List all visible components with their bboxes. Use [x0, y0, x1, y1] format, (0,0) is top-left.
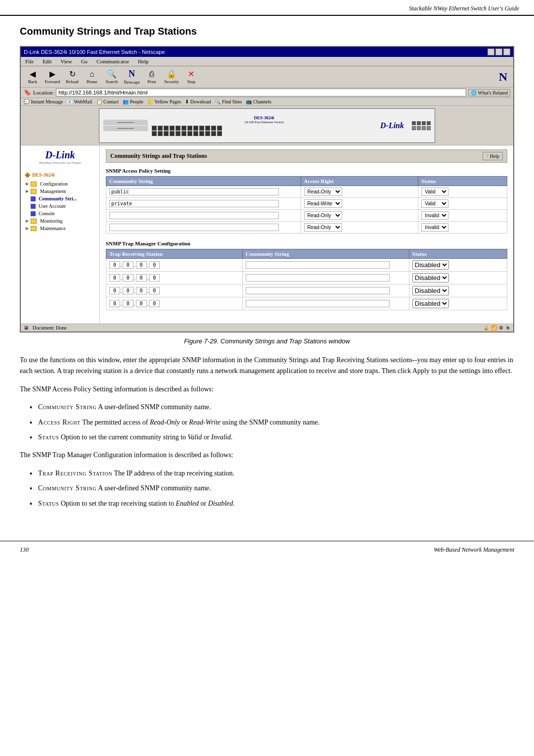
trap-status-select[interactable]: Disabled Enabled [412, 260, 449, 270]
community-input[interactable] [109, 212, 279, 219]
trap-header-station: Trap Receiving Station [106, 249, 243, 259]
maximize-button[interactable]: □ [495, 48, 502, 55]
back-button[interactable]: ◀ Back [24, 68, 42, 85]
trap-header-community: Community String [242, 249, 409, 259]
ip-octet-3[interactable] [136, 300, 147, 307]
community-input[interactable] [109, 224, 279, 231]
trap-status-select[interactable]: Disabled Enabled [412, 286, 449, 295]
help-button[interactable]: ? Help [483, 152, 503, 160]
sidebar-item-user-account[interactable]: User Account [23, 202, 97, 210]
status-select[interactable]: Valid Invalid [421, 188, 448, 196]
instant-message-link[interactable]: 💬 Instant Message [24, 99, 63, 104]
ip-dot: . [134, 288, 135, 294]
ip-dot: . [134, 301, 135, 307]
security-button[interactable]: 🔒 Security [163, 68, 180, 85]
trap-status-select[interactable]: Disabled Enabled [412, 273, 449, 283]
netscape-button[interactable]: N Netscape [123, 68, 141, 86]
trap-community-input[interactable] [246, 274, 390, 282]
ip-octet-2[interactable] [123, 300, 134, 307]
right-port-row-2 [412, 126, 431, 130]
find-sites-link[interactable]: 🔍 Find Sites [215, 99, 242, 104]
footer-section: Web-Based Network Management [434, 546, 514, 554]
snmp-header-access: Access Right [301, 177, 418, 186]
sidebar-section-monitoring[interactable]: ▶ Monitoring [23, 217, 97, 225]
ip-octet-2[interactable] [123, 274, 134, 282]
trap-manager-table: Trap Receiving Station Community String … [106, 249, 507, 310]
port [217, 131, 222, 136]
device-icon: ◈ [25, 171, 30, 179]
trap-community-input[interactable] [246, 287, 390, 294]
sidebar-section-configuration[interactable]: ▶ Configuration [23, 180, 97, 188]
sidebar-item-community-strings[interactable]: Community Stri... [23, 195, 97, 202]
ip-octet-1[interactable] [109, 300, 120, 307]
status-select[interactable]: Valid Invalid [421, 199, 448, 208]
ip-field: . . . [109, 300, 239, 307]
folder-icon [31, 189, 37, 194]
menu-file[interactable]: File [24, 58, 35, 65]
ip-octet-1[interactable] [109, 287, 120, 294]
body-paragraph-1: To use the functions on this window, ent… [20, 355, 514, 377]
location-input[interactable] [56, 89, 466, 96]
home-button[interactable]: ⌂ Home [83, 69, 101, 85]
stop-button[interactable]: ✕ Stop [182, 68, 200, 85]
location-label: Location: [33, 90, 54, 95]
ip-octet-4[interactable] [149, 274, 160, 282]
status-select[interactable]: Invalid Valid [421, 223, 448, 232]
menu-view[interactable]: View [59, 58, 73, 65]
menu-edit[interactable]: Edit [41, 58, 53, 65]
search-icon: 🔍 [107, 69, 117, 79]
ip-dot: . [147, 301, 149, 307]
close-button[interactable]: × [503, 48, 510, 55]
ip-octet-1[interactable] [109, 274, 120, 282]
forward-button[interactable]: ▶ Forward [44, 68, 61, 85]
trap-community-input[interactable] [246, 261, 390, 269]
channels-link[interactable]: 📺 Channels [246, 99, 271, 104]
whats-related-button[interactable]: 🌐 What's Related [468, 89, 510, 96]
access-select[interactable]: Read-Only Read-Write [304, 211, 342, 220]
access-select[interactable]: Read-Only Read-Write [304, 188, 342, 196]
access-select[interactable]: Read-Only Read-Write [304, 223, 342, 232]
browser-body: D-Link Building Networks for People ◈ DE… [21, 145, 513, 324]
ip-octet-3[interactable] [136, 261, 147, 269]
menu-help[interactable]: Help [136, 58, 150, 65]
table-row: Read-Only Read-Write Invalid Valid [106, 222, 507, 234]
ip-octet-1[interactable] [109, 261, 120, 269]
access-cell: Read-Only Read-Write [301, 222, 418, 234]
yellow-pages-link[interactable]: 📒 Yellow Pages [147, 99, 181, 104]
table-row: Read-Only Read-Write Valid Invalid [106, 186, 507, 198]
download-link[interactable]: ⬇ Download [185, 99, 211, 104]
ip-octet-3[interactable] [136, 287, 147, 294]
ip-octet-2[interactable] [123, 287, 134, 294]
menu-go[interactable]: Go [80, 58, 89, 65]
reload-button[interactable]: ↻ Reload [63, 68, 81, 85]
sidebar-section-maintenance[interactable]: ▶ Maintenance [23, 225, 97, 232]
ip-octet-4[interactable] [149, 300, 160, 307]
minimize-button[interactable]: − [488, 48, 494, 55]
ip-octet-4[interactable] [149, 287, 160, 294]
sidebar-item-label: Configuration [40, 181, 68, 187]
access-select[interactable]: Read-Write Read-Only [304, 199, 342, 208]
list-item-text: Status Option to set the current communi… [38, 432, 232, 443]
people-link[interactable]: 👥 People [123, 99, 143, 104]
panel-title: Community Strings and Trap Stations [110, 152, 207, 160]
menu-communicator[interactable]: Communicator [95, 58, 131, 65]
sidebar-section-management[interactable]: ▶ Management [23, 188, 97, 195]
community-input[interactable] [109, 188, 279, 195]
ip-octet-3[interactable] [136, 274, 147, 282]
community-cell [106, 186, 301, 198]
dlink-logo-text: D-Link [23, 149, 97, 161]
community-input[interactable] [109, 200, 279, 207]
status-select[interactable]: Invalid Valid [421, 211, 448, 220]
sidebar-item-console[interactable]: Console [23, 210, 97, 217]
print-button[interactable]: ⎙ Print [143, 69, 161, 85]
trap-community-input[interactable] [246, 300, 390, 307]
ip-octet-4[interactable] [149, 261, 160, 269]
port [164, 131, 169, 136]
webmail-link[interactable]: 📧 WebMail [67, 99, 92, 104]
trap-status-select[interactable]: Disabled Enabled [412, 299, 449, 308]
ip-octet-2[interactable] [123, 261, 134, 269]
trap-status-cell: Disabled Enabled [409, 284, 507, 297]
search-button[interactable]: 🔍 Search [103, 68, 121, 85]
contact-link[interactable]: 📋 Contact [96, 99, 119, 104]
status-icon-4: 🖱 [505, 325, 510, 331]
